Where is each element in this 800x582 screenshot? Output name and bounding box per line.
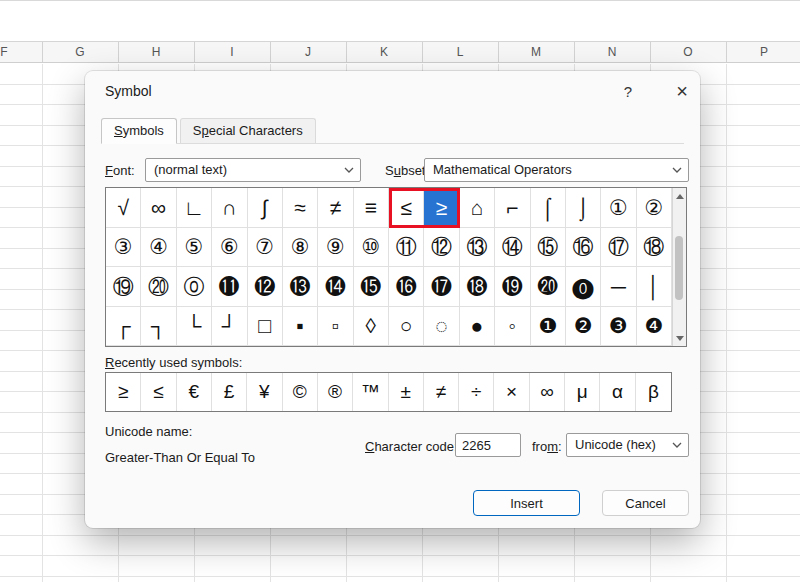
cancel-button[interactable]: Cancel bbox=[602, 490, 689, 516]
column-header[interactable]: H bbox=[152, 42, 161, 64]
recent-symbol-cell[interactable]: © bbox=[283, 373, 318, 411]
recent-symbol-cell[interactable]: ® bbox=[318, 373, 353, 411]
symbol-cell[interactable]: ≤ bbox=[389, 188, 424, 228]
symbol-cell[interactable]: ∫ bbox=[248, 188, 283, 228]
symbol-cell[interactable]: ◌ bbox=[424, 307, 459, 347]
symbol-cell[interactable]: ∟ bbox=[177, 188, 212, 228]
symbol-cell[interactable]: ⓴ bbox=[531, 267, 566, 307]
symbol-cell[interactable]: ≥ bbox=[424, 188, 459, 228]
recent-symbol-cell[interactable]: ™ bbox=[353, 373, 388, 411]
symbol-cell[interactable]: ⓮ bbox=[318, 267, 353, 307]
recent-symbol-cell[interactable]: × bbox=[494, 373, 529, 411]
column-header[interactable]: O bbox=[683, 42, 692, 64]
symbol-cell[interactable]: ⓪ bbox=[177, 267, 212, 307]
recent-symbol-cell[interactable]: ¥ bbox=[247, 373, 282, 411]
symbol-cell[interactable]: ⑪ bbox=[389, 228, 424, 268]
tab-special-characters[interactable]: Special Characters bbox=[180, 118, 316, 143]
symbol-cell[interactable]: ⌐ bbox=[495, 188, 530, 228]
symbol-cell[interactable]: └ bbox=[177, 307, 212, 347]
symbol-cell[interactable]: ⌡ bbox=[566, 188, 601, 228]
column-header[interactable]: G bbox=[75, 42, 84, 64]
scrollbar-down-icon[interactable] bbox=[673, 331, 686, 345]
symbol-cell[interactable]: ⓯ bbox=[354, 267, 389, 307]
column-header[interactable]: K bbox=[380, 42, 388, 64]
symbol-cell[interactable]: ④ bbox=[141, 228, 176, 268]
symbol-cell[interactable]: ─ bbox=[601, 267, 636, 307]
symbol-cell[interactable]: ┌ bbox=[106, 307, 141, 347]
symbol-cell[interactable]: ⑯ bbox=[566, 228, 601, 268]
recent-symbol-cell[interactable]: ∞ bbox=[530, 373, 565, 411]
symbol-cell[interactable]: ① bbox=[601, 188, 636, 228]
help-button[interactable]: ? bbox=[617, 80, 639, 102]
symbol-cell[interactable]: ⓿ bbox=[566, 267, 601, 307]
symbol-cell[interactable]: ⑭ bbox=[495, 228, 530, 268]
subset-dropdown[interactable]: Mathematical Operators bbox=[424, 158, 689, 182]
symbol-cell[interactable]: ● bbox=[460, 307, 495, 347]
symbol-cell[interactable]: ⑰ bbox=[601, 228, 636, 268]
symbol-cell[interactable]: ⓭ bbox=[283, 267, 318, 307]
symbol-cell[interactable]: ◊ bbox=[354, 307, 389, 347]
symbol-cell[interactable]: ⓬ bbox=[248, 267, 283, 307]
symbol-cell[interactable]: ⓱ bbox=[424, 267, 459, 307]
symbol-cell[interactable]: ❹ bbox=[637, 307, 672, 347]
symbol-cell[interactable]: ≠ bbox=[318, 188, 353, 228]
column-header[interactable]: M bbox=[531, 42, 541, 64]
column-header[interactable]: L bbox=[457, 42, 464, 64]
symbol-cell[interactable]: ⑳ bbox=[141, 267, 176, 307]
scrollbar-up-icon[interactable] bbox=[673, 189, 686, 203]
symbol-cell[interactable]: ⑦ bbox=[248, 228, 283, 268]
symbol-cell[interactable]: ⌂ bbox=[460, 188, 495, 228]
symbol-cell[interactable]: ⑧ bbox=[283, 228, 318, 268]
symbol-cell[interactable]: ◦ bbox=[495, 307, 530, 347]
symbol-cell[interactable]: ▪ bbox=[283, 307, 318, 347]
from-dropdown[interactable]: Unicode (hex) bbox=[566, 433, 689, 457]
recent-symbol-cell[interactable]: α bbox=[600, 373, 635, 411]
symbol-cell[interactable]: ⓫ bbox=[212, 267, 247, 307]
recent-symbol-cell[interactable]: β bbox=[636, 373, 671, 411]
column-header[interactable]: J bbox=[305, 42, 311, 64]
recent-symbol-cell[interactable]: € bbox=[177, 373, 212, 411]
tab-symbols[interactable]: Symbols bbox=[101, 118, 177, 144]
symbol-cell[interactable]: ⑱ bbox=[637, 228, 672, 268]
column-header[interactable]: I bbox=[230, 42, 233, 64]
recent-symbol-cell[interactable]: ± bbox=[389, 373, 424, 411]
symbol-cell[interactable]: │ bbox=[637, 267, 672, 307]
symbol-cell[interactable]: ② bbox=[637, 188, 672, 228]
symbol-cell[interactable]: ∞ bbox=[141, 188, 176, 228]
character-code-input[interactable] bbox=[455, 433, 521, 457]
symbol-cell[interactable]: ▫ bbox=[318, 307, 353, 347]
symbol-cell[interactable]: ⌠ bbox=[531, 188, 566, 228]
symbol-cell[interactable]: ┐ bbox=[141, 307, 176, 347]
symbol-cell[interactable]: ⑬ bbox=[460, 228, 495, 268]
symbol-cell[interactable]: ⑫ bbox=[424, 228, 459, 268]
recent-symbol-cell[interactable]: ≥ bbox=[106, 373, 141, 411]
symbol-cell[interactable]: ❸ bbox=[601, 307, 636, 347]
scrollbar[interactable] bbox=[672, 188, 686, 346]
close-button[interactable]: × bbox=[669, 78, 695, 104]
symbol-cell[interactable]: ○ bbox=[389, 307, 424, 347]
recent-symbol-cell[interactable]: ≠ bbox=[424, 373, 459, 411]
column-header[interactable]: F bbox=[0, 42, 7, 64]
symbol-cell[interactable]: √ bbox=[106, 188, 141, 228]
symbol-cell[interactable]: □ bbox=[248, 307, 283, 347]
font-dropdown[interactable]: (normal text) bbox=[145, 158, 361, 182]
recent-symbol-cell[interactable]: ÷ bbox=[459, 373, 494, 411]
symbol-cell[interactable]: ③ bbox=[106, 228, 141, 268]
symbol-cell[interactable]: ⑲ bbox=[106, 267, 141, 307]
symbol-cell[interactable]: ≡ bbox=[354, 188, 389, 228]
symbol-cell[interactable]: ❷ bbox=[566, 307, 601, 347]
symbol-cell[interactable]: ❶ bbox=[531, 307, 566, 347]
insert-button[interactable]: Insert bbox=[473, 490, 580, 516]
symbol-cell[interactable]: ⑤ bbox=[177, 228, 212, 268]
recent-symbol-cell[interactable]: μ bbox=[565, 373, 600, 411]
column-header[interactable]: N bbox=[608, 42, 617, 64]
column-header[interactable]: P bbox=[760, 42, 768, 64]
recent-symbol-cell[interactable]: ≤ bbox=[141, 373, 176, 411]
symbol-cell[interactable]: ∩ bbox=[212, 188, 247, 228]
symbol-cell[interactable]: ⓲ bbox=[460, 267, 495, 307]
symbol-cell[interactable]: ⓳ bbox=[495, 267, 530, 307]
symbol-cell[interactable]: ┘ bbox=[212, 307, 247, 347]
scrollbar-thumb[interactable] bbox=[675, 236, 683, 300]
symbol-cell[interactable]: ⓰ bbox=[389, 267, 424, 307]
symbol-cell[interactable]: ⑮ bbox=[531, 228, 566, 268]
